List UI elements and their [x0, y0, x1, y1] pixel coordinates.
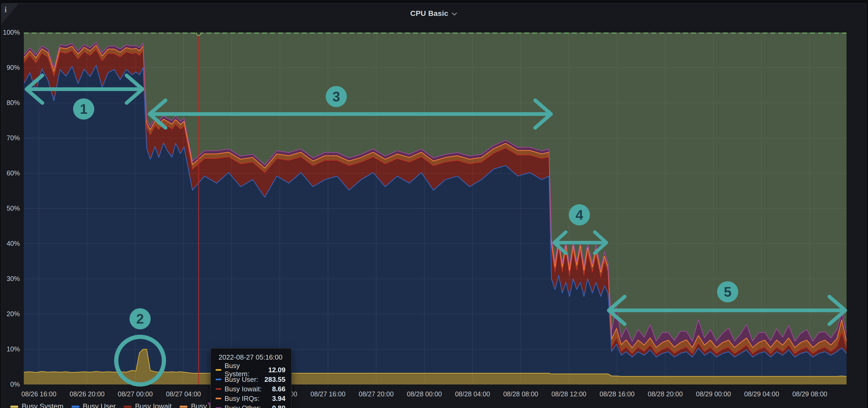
tooltip-label: Busy IRQs: [224, 395, 269, 403]
tooltip-row: Busy User:283.55 [216, 375, 285, 384]
annotation-badge-number: 4 [576, 207, 583, 223]
chart-tooltip: 2022-08-27 05:16:00 Busy System:12.09Bus… [211, 348, 291, 408]
annotation-overlay: 12345 [1, 3, 868, 408]
tooltip-swatch [216, 398, 221, 399]
tooltip-value: 12.09 [268, 366, 285, 374]
annotation-badge-number: 5 [724, 284, 732, 300]
tooltip-timestamp: 2022-08-27 05:16:00 [216, 353, 285, 362]
tooltip-value: 0.80 [272, 404, 285, 408]
tooltip-swatch [216, 388, 221, 390]
annotation-badge-number: 2 [136, 311, 144, 327]
tooltip-swatch [216, 369, 221, 371]
tooltip-value: 283.55 [264, 375, 285, 384]
tooltip-label: Busy Other: [224, 404, 269, 408]
tooltip-swatch [216, 379, 221, 380]
tooltip-row: Busy Other:0.80 [216, 403, 285, 408]
cpu-basic-panel: CPU Basic i 0%10%20%30%40%50%60%70%80%90… [1, 3, 866, 408]
tooltip-label: Busy Iowait: [224, 385, 269, 393]
annotation-badge-number: 3 [333, 89, 340, 104]
tooltip-row: Busy System:12.09 [216, 365, 285, 375]
tooltip-row: Busy IRQs:3.94 [216, 394, 285, 403]
tooltip-value: 8.66 [272, 385, 285, 393]
tooltip-rows: Busy System:12.09Busy User:283.55Busy Io… [216, 365, 285, 408]
tooltip-value: 3.94 [272, 395, 285, 403]
tooltip-label: Busy User: [224, 375, 261, 384]
annotation-circle-highlight [116, 337, 164, 384]
tooltip-row: Busy Iowait:8.66 [216, 384, 285, 394]
grafana-page: CPU Basic i 0%10%20%30%40%50%60%70%80%90… [0, 0, 868, 408]
annotation-badge-number: 1 [80, 101, 88, 117]
